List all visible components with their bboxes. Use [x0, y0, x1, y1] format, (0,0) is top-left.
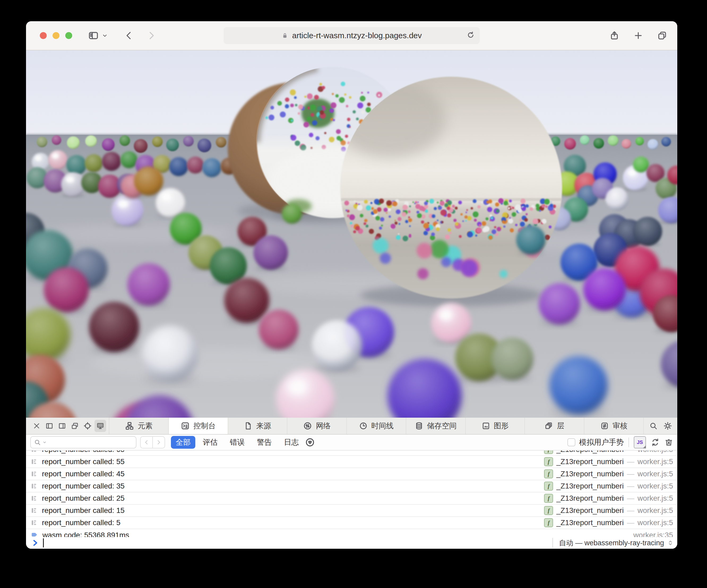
browser-titlebar: article-rt-wasm.ntzyz-blog.pages.dev: [26, 21, 677, 50]
inspector-toolbar: 元素 控制台 来源 网络 时间线 储存空间 图形 层 审核: [26, 418, 677, 435]
function-badge-icon: f: [544, 451, 553, 454]
minimize-window-button[interactable]: [53, 32, 60, 39]
console-log-area[interactable]: report_number called: 65 f _Z13report_nu…: [26, 451, 677, 537]
console-row[interactable]: report_number called: 65 f _Z13report_nu…: [26, 451, 677, 456]
dock-bottom-icon[interactable]: [43, 420, 55, 432]
function-name: _Z13report_numberi: [556, 494, 624, 503]
log-message: report_number called: 65: [42, 451, 544, 454]
search-icon: [34, 439, 41, 446]
tab-label: 网络: [316, 421, 331, 431]
search-scope-chevron-icon: [42, 440, 47, 444]
inspector-close-button[interactable]: [31, 420, 42, 432]
scope-filter-2[interactable]: 错误: [225, 436, 249, 449]
log-type-icon: [31, 519, 38, 526]
close-window-button[interactable]: [40, 32, 47, 39]
js-context-badge[interactable]: JS: [634, 436, 646, 448]
sources-icon: [244, 422, 252, 430]
tab-label: 审核: [612, 421, 628, 431]
function-badge-icon: f: [544, 470, 553, 478]
inspector-settings-gear-icon[interactable]: [662, 420, 674, 432]
log-type-icon: [31, 495, 38, 502]
tab-layers[interactable]: 层: [525, 418, 584, 434]
function-badge-icon: f: [544, 482, 553, 491]
device-settings-icon[interactable]: [95, 420, 106, 432]
forward-button[interactable]: [146, 31, 156, 40]
undock-icon[interactable]: [69, 420, 81, 432]
console-reload-icon[interactable]: [651, 436, 660, 448]
elements-icon: [125, 421, 134, 430]
scope-filter-4[interactable]: 日志: [279, 436, 304, 449]
network-icon: [303, 421, 312, 430]
execution-context-label: 自动 — webassembly-ray-tracing: [559, 538, 664, 548]
tab-label: 来源: [256, 421, 271, 431]
share-button[interactable]: [609, 31, 619, 41]
source-location-link[interactable]: worker.js:5: [637, 482, 673, 490]
console-row-timing[interactable]: wasm code: 55368.891ms worker.js:35: [26, 529, 677, 537]
back-button[interactable]: [124, 31, 134, 40]
function-name: _Z13report_numberi: [556, 451, 624, 454]
execution-context-selector[interactable]: 自动 — webassembly-ray-tracing: [552, 538, 674, 548]
console-row[interactable]: report_number called: 25 f _Z13report_nu…: [26, 492, 677, 505]
new-tab-button[interactable]: [633, 31, 643, 41]
log-type-icon: [31, 483, 38, 490]
scope-filter-0[interactable]: 全部: [171, 436, 195, 449]
function-badge-icon: f: [544, 506, 553, 515]
sidebar-toggle-button[interactable]: [88, 30, 99, 41]
console-row[interactable]: report_number called: 35 f _Z13report_nu…: [26, 480, 677, 492]
source-location-link[interactable]: worker.js:5: [637, 518, 673, 527]
console-row[interactable]: report_number called: 5 f _Z13report_num…: [26, 517, 677, 529]
source-location-link[interactable]: worker.js:5: [637, 494, 673, 503]
source-location-link[interactable]: worker.js:5: [637, 470, 673, 478]
tab-label: 储存空间: [427, 421, 457, 431]
reload-button[interactable]: [467, 31, 475, 39]
tab-label: 图形: [494, 421, 509, 431]
element-picker-icon[interactable]: [82, 420, 93, 432]
message-filter-icon[interactable]: [305, 438, 315, 447]
tab-audit[interactable]: 审核: [584, 418, 644, 434]
tab-graphics[interactable]: 图形: [466, 418, 525, 434]
log-message: report_number called: 35: [42, 482, 544, 490]
tab-elements[interactable]: 元素: [109, 418, 169, 434]
traffic-lights: [40, 32, 72, 39]
console-row[interactable]: report_number called: 45 f _Z13report_nu…: [26, 468, 677, 480]
tab-label: 时间线: [371, 421, 394, 431]
tab-storage[interactable]: 储存空间: [406, 418, 466, 434]
clear-console-icon[interactable]: [665, 436, 673, 448]
log-type-icon: [31, 451, 38, 453]
log-type-icon: [31, 471, 38, 477]
audit-icon: [600, 422, 609, 430]
inspector-search-icon[interactable]: [647, 420, 659, 432]
find-previous-button[interactable]: [140, 436, 152, 448]
tab-sources[interactable]: 来源: [228, 418, 288, 434]
source-location-link[interactable]: worker.js:35: [634, 531, 673, 537]
console-row[interactable]: report_number called: 55 f _Z13report_nu…: [26, 456, 677, 468]
prompt-chevron-icon: [31, 539, 39, 547]
tab-overview-button[interactable]: [657, 31, 667, 41]
console-row[interactable]: report_number called: 15 f _Z13report_nu…: [26, 505, 677, 517]
gesture-checkbox[interactable]: [567, 438, 575, 446]
scope-filter-1[interactable]: 评估: [198, 436, 223, 449]
tab-console[interactable]: 控制台: [169, 418, 228, 434]
log-message: wasm code: 55368.891ms: [42, 531, 634, 537]
console-prompt[interactable]: 自动 — webassembly-ray-tracing: [26, 537, 677, 549]
address-bar[interactable]: article-rt-wasm.ntzyz-blog.pages.dev: [224, 27, 480, 44]
source-location-link[interactable]: worker.js:5: [637, 506, 673, 515]
source-location-link[interactable]: worker.js:5: [637, 451, 673, 454]
sidebar-chevron-icon[interactable]: [101, 32, 108, 39]
console-filter-bar: 全部评估错误警告日志 模拟用户手势 JS: [26, 435, 677, 451]
source-location-link[interactable]: worker.js:5: [637, 457, 673, 466]
find-next-button[interactable]: [152, 436, 165, 448]
tab-network[interactable]: 网络: [288, 418, 347, 434]
console-search-input[interactable]: [30, 436, 136, 448]
function-badge-icon: f: [544, 457, 553, 466]
function-name: _Z13report_numberi: [556, 482, 624, 490]
log-message: report_number called: 15: [42, 506, 544, 515]
emulate-user-gesture-toggle[interactable]: 模拟用户手势: [567, 437, 624, 447]
raytraced-render-canvas: [26, 50, 677, 418]
zoom-window-button[interactable]: [65, 32, 72, 39]
tab-timelines[interactable]: 时间线: [347, 418, 406, 434]
storage-icon: [415, 422, 423, 430]
scope-filter-3[interactable]: 警告: [252, 436, 276, 449]
function-badge-icon: f: [544, 518, 553, 527]
dock-side-icon[interactable]: [56, 420, 68, 432]
